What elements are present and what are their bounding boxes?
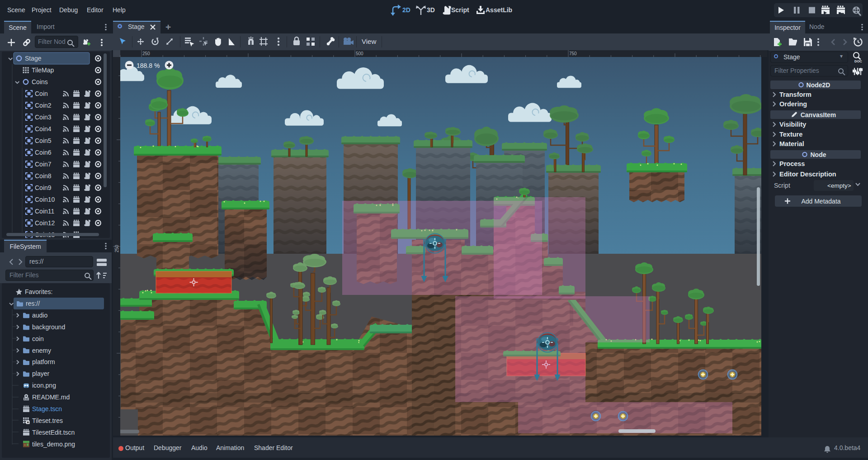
svg-text:250: 250 bbox=[114, 245, 119, 252]
svg-text:250: 250 bbox=[142, 51, 150, 56]
svg-text:500: 500 bbox=[356, 51, 363, 56]
svg-text:188.8 %: 188.8 % bbox=[137, 62, 160, 69]
svg-text:750: 750 bbox=[569, 51, 577, 56]
svg-text:DOC: DOC bbox=[854, 59, 862, 63]
svg-text:View: View bbox=[362, 38, 376, 45]
